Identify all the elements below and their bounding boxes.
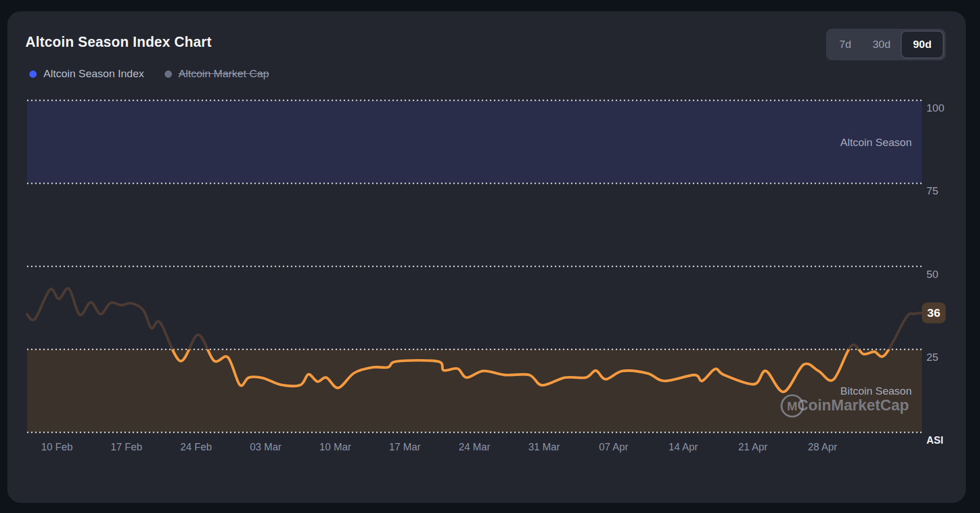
x-tick-label: 10 Mar bbox=[320, 441, 351, 453]
x-tick-label: 17 Feb bbox=[111, 441, 142, 453]
asi-axis-label: ASI bbox=[926, 435, 943, 446]
x-tick-label: 10 Feb bbox=[41, 441, 73, 453]
x-tick-label: 31 Mar bbox=[528, 441, 560, 453]
x-tick-label: 21 Apr bbox=[738, 441, 767, 453]
x-tick-label: 17 Mar bbox=[389, 441, 421, 453]
last-value-badge-text: 36 bbox=[927, 306, 940, 319]
band-bitcoin-season bbox=[27, 350, 922, 432]
x-tick-label: 07 Apr bbox=[599, 441, 628, 453]
coinmarketcap-logo-m: M bbox=[787, 399, 797, 413]
x-tick-label: 24 Mar bbox=[458, 441, 490, 453]
y-tick-label: 50 bbox=[926, 268, 938, 280]
x-tick-label: 28 Apr bbox=[808, 441, 837, 453]
x-tick-label: 03 Mar bbox=[250, 441, 281, 453]
x-tick-label: 14 Apr bbox=[669, 441, 698, 453]
band-label-bitcoin-season: Bitcoin Season bbox=[840, 385, 912, 397]
asi-chart-plot[interactable]: Altcoin SeasonMCoinMarketCapBitcoin Seas… bbox=[7, 11, 966, 503]
y-tick-label: 75 bbox=[926, 185, 938, 197]
y-tick-label: 100 bbox=[926, 102, 944, 114]
watermark-text: CoinMarketCap bbox=[797, 397, 909, 414]
altcoin-season-index-card: Altcoin Season Index Chart 7d 30d 90d Al… bbox=[7, 11, 966, 503]
band-label-altcoin-season: Altcoin Season bbox=[840, 136, 912, 148]
y-tick-label: 25 bbox=[926, 351, 938, 363]
band-altcoin-season bbox=[27, 100, 922, 183]
x-tick-label: 24 Feb bbox=[180, 441, 212, 453]
